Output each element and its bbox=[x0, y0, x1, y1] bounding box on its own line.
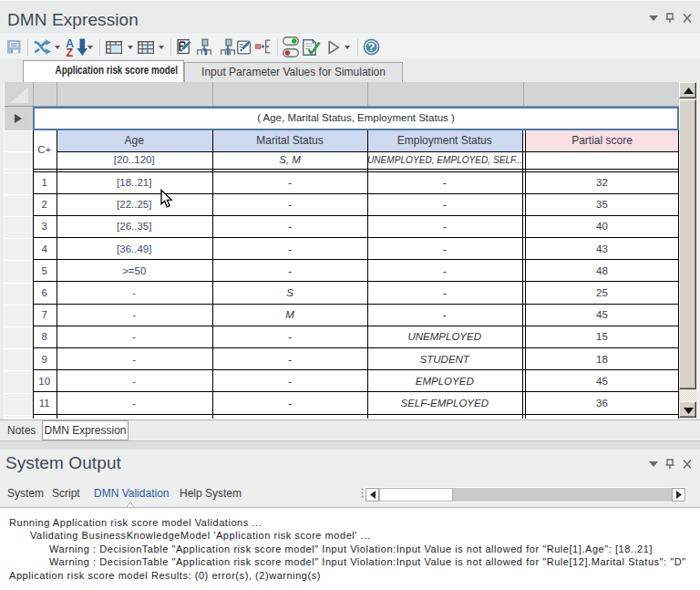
svg-text:Z: Z bbox=[67, 47, 74, 57]
svg-text:?: ? bbox=[368, 40, 376, 54]
